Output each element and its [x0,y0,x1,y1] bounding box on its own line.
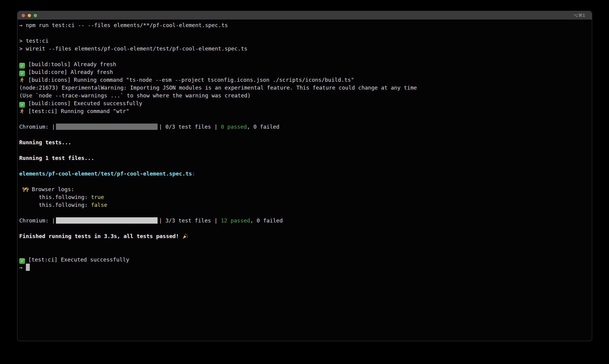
npm-script-line: > test:ci [19,37,589,45]
terminal-output[interactable]: → npm run test:ci -- --files elements/**… [17,20,592,271]
traffic-lights [17,14,37,17]
check-icon: ✓ [19,258,25,264]
terminal-text: Finished running tests in 3.3s, all test… [19,233,182,239]
browser-log-line: this.following: false [19,201,589,209]
build-status-line: ✓ [test:ci] Executed successfully [19,256,589,264]
terminal-text: > wireit --files elements/pf-cool-elemen… [19,45,248,52]
terminal-text: Running tests... [19,139,71,145]
minimize-button-icon[interactable] [28,14,31,17]
status-line: Running 1 test files... [19,154,589,162]
summary-line: Finished running tests in 3.3s, all test… [19,232,589,240]
terminal-window: ⌥⌘1 → npm run test:ci -- --files element… [17,11,592,341]
terminal-text: | 0/3 test files | [159,124,221,130]
build-status-line: ✓ [build:tools] Already fresh [19,60,589,68]
terminal-text: , 0 failed [247,124,279,130]
terminal-text: [test:ci] Executed successfully [25,256,129,263]
node-warning-line: (Use `node --trace-warnings ...` to show… [19,92,589,99]
build-status-line: ✓ [build:core] Already fresh [19,68,589,76]
terminal-text [19,186,23,192]
terminal-text: , 0 failed [250,217,283,224]
blank-line [19,146,589,154]
construction-icon [23,187,29,192]
terminal-cursor [26,264,30,271]
terminal-text: : [192,170,195,177]
progress-line: Chromium: || 0/3 test files | 0 passed, … [19,123,589,131]
terminal-text: Browser logs: [29,186,74,192]
progress-bar [56,124,158,130]
terminal-text: (Use `node --trace-warnings ...` to show… [19,92,251,99]
terminal-text: → npm run test:ci -- --files elements/**… [19,22,228,28]
terminal-text: this.following: [19,194,91,200]
terminal-text: true [91,194,104,200]
terminal-text: → [19,264,26,271]
status-line: Running tests... [19,139,589,146]
check-icon: ✓ [19,102,25,108]
terminal-text: Chromium: | [19,217,55,224]
check-icon: ✓ [19,71,25,76]
terminal-text: > test:ci [19,38,49,44]
terminal-text: 12 passed [221,217,250,224]
blank-line [19,178,589,185]
browser-log-line: this.following: true [19,193,589,201]
blank-line [19,209,589,217]
prompt-line: → [19,264,589,271]
build-status-line: ✓ [build:icons] Executed successfully [19,99,589,107]
blank-line [19,248,589,256]
zoom-button-icon[interactable] [34,14,37,17]
node-warning-line: (node:21673) ExperimentalWarning: Import… [19,84,589,92]
build-status-line: [build:icons] Running command "ts-node -… [19,76,589,84]
close-button-icon[interactable] [22,14,25,17]
terminal-text: Running 1 test files... [19,155,94,161]
window-shortcut-badge: ⌥⌘1 [573,11,585,20]
blank-line [19,240,589,248]
build-status-line: [test:ci] Running command "wtr" [19,107,589,115]
blank-line [19,225,589,232]
terminal-text: [build:tools] Already fresh [25,61,116,67]
terminal-text: false [91,202,107,208]
progress-line: Chromium: || 3/3 test files | 12 passed,… [19,217,589,225]
terminal-text: (node:21673) ExperimentalWarning: Import… [19,84,417,91]
party-icon [182,233,188,239]
terminal-text: [build:icons] Running command "ts-node -… [25,77,354,83]
terminal-text: | 3/3 test files | [159,217,221,224]
terminal-text: 0 passed [221,124,247,130]
blank-line [19,53,589,60]
terminal-text: elements/pf-cool-element/test/pf-cool-el… [19,170,192,177]
npm-script-line: > wireit --files elements/pf-cool-elemen… [19,45,589,53]
terminal-text: this.following: [19,202,91,208]
terminal-text: [build:icons] Executed successfully [25,100,142,106]
runner-icon [19,77,25,83]
progress-bar [56,217,158,224]
terminal-text: [build:core] Already fresh [25,69,113,75]
terminal-text: Chromium: | [19,124,55,130]
blank-line [19,131,589,139]
terminal-text: [test:ci] Running command "wtr" [25,108,129,114]
blank-line [19,162,589,170]
blank-line [19,29,589,37]
browser-logs-header: Browser logs: [19,185,589,193]
command-line: → npm run test:ci -- --files elements/**… [19,21,589,29]
titlebar[interactable]: ⌥⌘1 [17,11,592,20]
runner-icon [19,108,25,114]
spec-file-line: elements/pf-cool-element/test/pf-cool-el… [19,170,589,178]
blank-line [19,115,589,123]
check-icon: ✓ [19,63,25,69]
